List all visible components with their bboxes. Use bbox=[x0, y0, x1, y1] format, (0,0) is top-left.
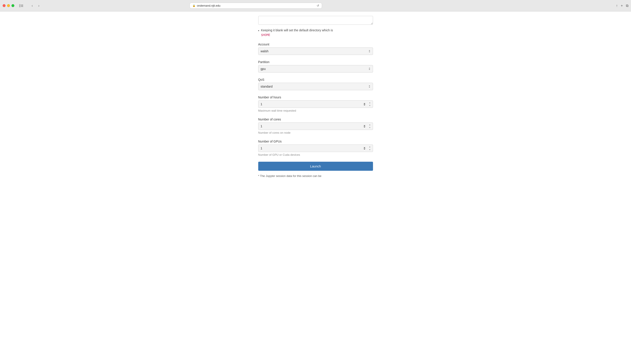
num-hours-spinners: ▲ ▼ bbox=[368, 102, 372, 107]
directory-input[interactable] bbox=[258, 16, 373, 25]
num-gpus-wrapper: ▲ ▼ bbox=[258, 144, 373, 152]
note-text-content: Keeping it blank will set the default di… bbox=[261, 28, 333, 32]
num-hours-wrapper: ▲ ▼ bbox=[258, 100, 373, 108]
note-text: Keeping it blank will set the default di… bbox=[261, 28, 333, 37]
launch-button[interactable]: Launch bbox=[258, 162, 373, 171]
note-container: • Keeping it blank will set the default … bbox=[258, 28, 373, 37]
form-container: • Keeping it blank will set the default … bbox=[249, 12, 382, 186]
num-cores-group: Number of cores ▲ ▼ Number of cores on n… bbox=[258, 118, 373, 134]
svg-rect-2 bbox=[21, 6, 23, 6]
sidebar-toggle-button[interactable] bbox=[19, 3, 24, 8]
back-button[interactable]: ‹ bbox=[30, 3, 35, 8]
num-hours-label: Number of hours bbox=[258, 96, 373, 99]
partition-group: Partition gpu bbox=[258, 60, 373, 72]
num-cores-decrement[interactable]: ▼ bbox=[368, 126, 372, 129]
account-select[interactable]: walsh bbox=[258, 48, 373, 55]
partition-select[interactable]: gpu bbox=[258, 65, 373, 72]
num-cores-spinners: ▲ ▼ bbox=[368, 124, 372, 129]
svg-rect-0 bbox=[19, 4, 21, 7]
page-content: • Keeping it blank will set the default … bbox=[0, 12, 631, 364]
browser-toolbar: ‹ › 🔒 ondemand.njit.edu ↺ ↑ + ⧉ bbox=[0, 0, 631, 12]
num-cores-increment[interactable]: ▲ bbox=[368, 124, 372, 126]
tabs-button[interactable]: ⧉ bbox=[626, 4, 628, 8]
num-hours-hint: Maximum wall time requested bbox=[258, 109, 373, 112]
svg-rect-3 bbox=[21, 6, 23, 7]
svg-rect-1 bbox=[21, 5, 23, 5]
window-controls bbox=[3, 4, 14, 7]
lock-icon: 🔒 bbox=[193, 4, 196, 7]
num-hours-increment[interactable]: ▲ bbox=[368, 102, 372, 104]
num-cores-label: Number of cores bbox=[258, 118, 373, 121]
url-bar[interactable]: 🔒 ondemand.njit.edu ↺ bbox=[190, 3, 322, 8]
url-bar-container: 🔒 ondemand.njit.edu ↺ bbox=[190, 3, 322, 8]
note-item: • Keeping it blank will set the default … bbox=[258, 28, 373, 37]
num-gpus-label: Number of GPUs bbox=[258, 140, 373, 143]
qos-group: QoS standard bbox=[258, 78, 373, 90]
num-gpus-decrement[interactable]: ▼ bbox=[368, 148, 372, 151]
num-gpus-group: Number of GPUs ▲ ▼ Number of GPU or Cuda… bbox=[258, 140, 373, 156]
num-hours-decrement[interactable]: ▼ bbox=[368, 104, 372, 107]
reload-icon[interactable]: ↺ bbox=[317, 4, 319, 7]
bullet-icon: • bbox=[258, 28, 259, 33]
qos-label: QoS bbox=[258, 78, 373, 82]
url-text: ondemand.njit.edu bbox=[197, 4, 221, 7]
navigation-buttons: ‹ › bbox=[30, 3, 41, 8]
num-hours-group: Number of hours ▲ ▼ Maximum wall time re… bbox=[258, 96, 373, 112]
num-gpus-spinners: ▲ ▼ bbox=[368, 146, 372, 151]
maximize-button[interactable] bbox=[12, 4, 14, 7]
minimize-button[interactable] bbox=[7, 4, 10, 7]
num-gpus-hint: Number of GPU or Cuda devices bbox=[258, 153, 373, 156]
num-gpus-input[interactable] bbox=[258, 144, 373, 152]
footer-note: * The Jupyter session data for this sess… bbox=[258, 174, 373, 178]
num-cores-wrapper: ▲ ▼ bbox=[258, 122, 373, 130]
close-button[interactable] bbox=[3, 4, 6, 7]
num-hours-input[interactable] bbox=[258, 100, 373, 108]
new-tab-button[interactable]: + bbox=[621, 4, 623, 8]
account-label: Account bbox=[258, 42, 373, 46]
forward-button[interactable]: › bbox=[37, 3, 41, 8]
partition-label: Partition bbox=[258, 60, 373, 64]
share-button[interactable]: ↑ bbox=[616, 4, 618, 8]
qos-select[interactable]: standard bbox=[258, 83, 373, 90]
account-group: Account walsh bbox=[258, 42, 373, 55]
home-var-text: $HOME bbox=[261, 33, 270, 36]
browser-action-buttons: ↑ + ⧉ bbox=[616, 4, 628, 8]
num-cores-input[interactable] bbox=[258, 122, 373, 130]
num-cores-hint: Number of cores on node bbox=[258, 131, 373, 134]
num-gpus-increment[interactable]: ▲ bbox=[368, 146, 372, 148]
